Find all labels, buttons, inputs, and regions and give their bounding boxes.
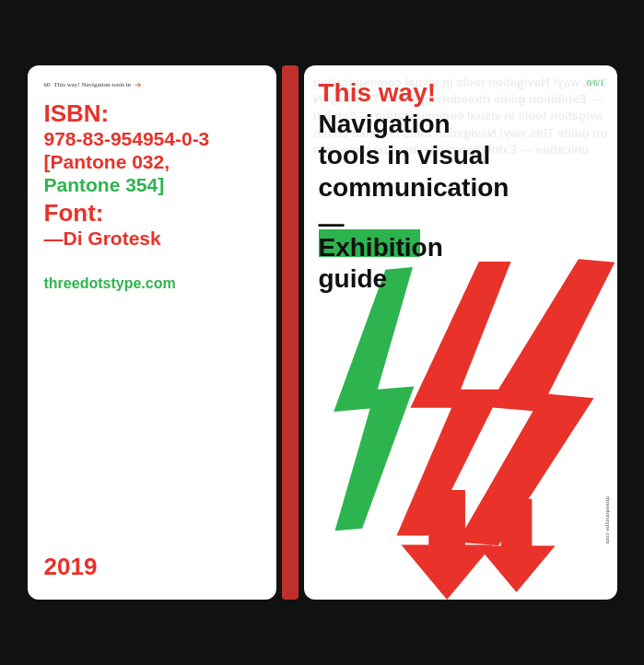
page-header: 60 This way! Navigation tools in ➔	[44, 80, 260, 89]
exhibition-label: Exhibition	[319, 233, 443, 262]
right-title-line4: communication	[319, 173, 509, 203]
pantone-354: Pantone 354]	[44, 174, 165, 195]
right-title-line2: Navigation	[319, 110, 509, 139]
left-page: 60 This way! Navigation tools in ➔ ISBN:…	[28, 65, 276, 600]
right-page-number: 0/6/1	[587, 78, 604, 88]
isbn-block: ISBN: 978-83-954954-0-3 [Pantone 032, Pa…	[44, 100, 260, 250]
guide-label: guide	[319, 264, 443, 294]
book-spine	[282, 65, 299, 600]
header-text: This way! Navigation tools in	[54, 81, 132, 88]
right-content: This way! Navigation tools in visual com…	[319, 78, 509, 239]
right-title-line3: tools in visual	[319, 141, 509, 170]
header-arrow-icon: ➔	[135, 80, 142, 89]
pantone-block: [Pantone 032, Pantone 354]	[44, 150, 260, 196]
font-label: Font:	[44, 200, 260, 227]
page-number: 60	[44, 81, 51, 88]
arrows-area	[304, 252, 617, 600]
isbn-label: ISBN:	[44, 100, 260, 127]
isbn-number: 978-83-954954-0-3	[44, 127, 260, 150]
book: 60 This way! Navigation tools in ➔ ISBN:…	[28, 65, 617, 600]
right-website-vertical: threedotstype.com	[604, 496, 612, 544]
pantone-032: [Pantone 032,	[44, 151, 170, 172]
right-title-line1: This way!	[319, 78, 509, 108]
font-name: —Di Grotesk	[44, 227, 260, 250]
website-link[interactable]: threedotstype.com	[44, 275, 260, 292]
year: 2019	[44, 553, 98, 581]
exhibition-block: Exhibition guide	[319, 231, 443, 294]
right-page: This way! Navigation tools in visual com…	[304, 65, 617, 600]
